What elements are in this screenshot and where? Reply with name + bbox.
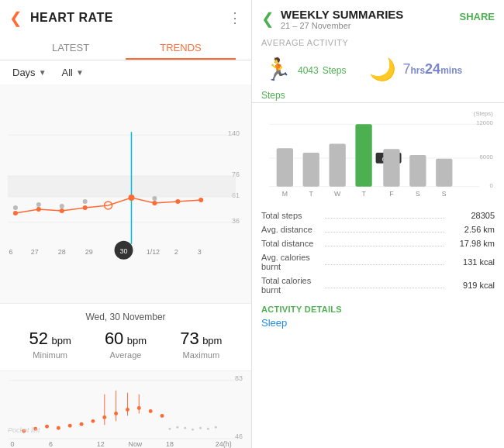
stat-max-unit: bpm xyxy=(202,335,222,346)
svg-rect-76 xyxy=(330,143,346,186)
svg-point-20 xyxy=(36,202,41,207)
table-row: Total steps 28305 xyxy=(261,208,495,222)
stat-average: 60 bpm Average xyxy=(105,329,147,360)
stats-section: Wed, 30 November 52 bpm Minimum 60 bpm A… xyxy=(0,303,251,370)
stat-min-value: 52 xyxy=(29,329,48,348)
svg-point-56 xyxy=(184,427,186,429)
svg-text:0: 0 xyxy=(10,440,14,448)
stat-avg-unit: bpm xyxy=(127,335,147,346)
main-chart-area: 140 76 61 36 xyxy=(0,84,251,303)
stat-max-value: 73 xyxy=(180,329,198,348)
bottom-chart-svg: 83 46 xyxy=(0,371,251,448)
svg-point-21 xyxy=(60,204,64,208)
svg-text:36: 36 xyxy=(232,217,240,225)
left-header: ❮ HEART RATE ⋮ xyxy=(0,0,251,36)
svg-text:Now: Now xyxy=(128,440,142,448)
svg-point-13 xyxy=(83,205,88,210)
right-header: ❮ WEEKLY SUMMARIES 21 – 27 November SHAR… xyxy=(252,0,504,35)
svg-text:29: 29 xyxy=(85,248,93,256)
table-label: Avg. calories burnt xyxy=(261,253,320,271)
svg-point-15 xyxy=(128,195,134,201)
tab-trends[interactable]: TRENDS xyxy=(126,36,236,60)
svg-text:(Steps): (Steps) xyxy=(474,110,493,117)
table-row: Avg. calories burnt 131 kcal xyxy=(261,250,495,274)
table-dots xyxy=(325,259,444,265)
svg-text:3: 3 xyxy=(198,248,202,256)
svg-text:2: 2 xyxy=(174,248,178,256)
right-title-block: WEEKLY SUMMARIES 21 – 27 November xyxy=(281,8,459,30)
share-button[interactable]: SHARE xyxy=(459,11,495,22)
bar-chart-section: (Steps) 12000 6000 0 6000 xyxy=(252,103,504,204)
steps-activity: 🏃 4043 Steps xyxy=(264,57,346,82)
period-dropdown-arrow: ▼ xyxy=(39,68,47,77)
svg-text:83: 83 xyxy=(235,374,243,382)
period-filter[interactable]: Days ▼ xyxy=(12,67,47,78)
svg-point-55 xyxy=(176,426,178,429)
svg-text:12: 12 xyxy=(97,440,105,448)
svg-rect-81 xyxy=(409,155,426,187)
svg-text:6: 6 xyxy=(49,440,53,448)
svg-text:6000: 6000 xyxy=(480,153,493,160)
svg-point-23 xyxy=(152,196,157,201)
svg-point-54 xyxy=(168,428,171,430)
stat-max-label: Maximum xyxy=(180,350,222,360)
date-range-subtitle: 21 – 27 November xyxy=(281,21,459,30)
stat-minimum: 52 bpm Minimum xyxy=(29,329,71,360)
table-label: Total distance xyxy=(261,239,320,248)
svg-point-59 xyxy=(207,428,209,430)
table-dots xyxy=(325,226,444,233)
sleep-link[interactable]: Sleep xyxy=(252,315,504,330)
svg-point-53 xyxy=(161,414,164,418)
table-value: 919 kcal xyxy=(448,281,495,290)
bar-chart-svg: (Steps) 12000 6000 0 6000 xyxy=(258,106,498,204)
svg-text:27: 27 xyxy=(31,248,39,256)
range-dropdown-arrow: ▼ xyxy=(76,68,84,77)
svg-rect-8 xyxy=(8,176,236,197)
svg-text:140: 140 xyxy=(228,129,240,137)
svg-point-43 xyxy=(91,419,95,423)
table-row: Total calories burnt 919 kcal xyxy=(261,274,495,297)
svg-text:S: S xyxy=(416,190,420,198)
sleep-value: 7hrs24mins xyxy=(402,61,462,78)
svg-point-11 xyxy=(36,207,41,212)
svg-point-17 xyxy=(175,199,180,204)
stat-min-unit: bpm xyxy=(51,335,71,346)
svg-text:30: 30 xyxy=(120,247,128,255)
svg-point-52 xyxy=(149,409,153,413)
steps-section-label: Steps xyxy=(252,88,504,103)
bottom-chart: 83 46 xyxy=(0,370,251,448)
svg-point-57 xyxy=(192,429,194,431)
svg-text:24(h): 24(h) xyxy=(216,440,232,448)
stat-maximum: 73 bpm Maximum xyxy=(180,329,222,360)
svg-text:S: S xyxy=(442,190,447,198)
svg-point-39 xyxy=(45,425,49,429)
back-icon[interactable]: ❮ xyxy=(9,9,22,27)
stats-row: 52 bpm Minimum 60 bpm Average 73 bpm Max… xyxy=(12,329,239,360)
stat-avg-value: 60 xyxy=(105,329,123,348)
svg-rect-77 xyxy=(355,124,371,186)
page-title: HEART RATE xyxy=(30,11,228,25)
svg-text:6: 6 xyxy=(9,248,12,256)
table-row: Avg. distance 2.56 km xyxy=(261,222,495,236)
table-dots xyxy=(325,282,444,288)
right-back-icon[interactable]: ❮ xyxy=(261,9,274,28)
tabs-row: LATEST TRENDS xyxy=(0,36,251,60)
activity-details-label: ACTIVITY DETAILS xyxy=(252,302,504,315)
right-panel: ❮ WEEKLY SUMMARIES 21 – 27 November SHAR… xyxy=(252,0,504,448)
svg-point-40 xyxy=(57,426,60,430)
svg-text:T: T xyxy=(309,190,314,198)
average-activity-label: AVERAGE ACTIVITY xyxy=(252,35,504,50)
stats-date: Wed, 30 November xyxy=(12,312,239,322)
more-icon[interactable]: ⋮ xyxy=(228,9,242,26)
table-value: 2.56 km xyxy=(448,225,495,234)
svg-text:18: 18 xyxy=(166,440,174,448)
svg-point-19 xyxy=(13,205,18,210)
svg-text:0: 0 xyxy=(489,182,492,189)
period-label: Days xyxy=(12,67,36,78)
range-filter[interactable]: All ▼ xyxy=(62,67,84,78)
svg-point-41 xyxy=(68,424,72,428)
svg-point-58 xyxy=(199,427,202,429)
svg-point-22 xyxy=(83,199,88,204)
tab-latest[interactable]: LATEST xyxy=(16,36,126,60)
svg-text:T: T xyxy=(361,190,366,198)
